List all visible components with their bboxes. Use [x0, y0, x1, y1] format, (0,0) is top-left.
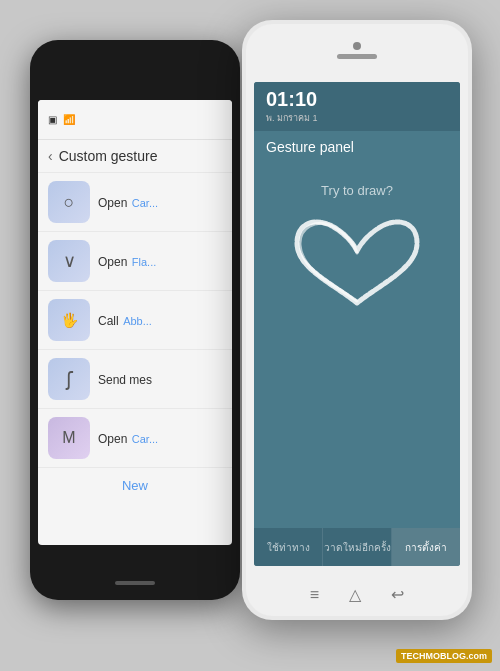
gesture-list: ○ Open Car... ∨ Open Fla... 🖐 Call A	[38, 173, 232, 468]
gesture-item-1-text: Open Car...	[98, 193, 158, 211]
gesture-item-3-text: Call Abb...	[98, 311, 152, 329]
panel-title: Gesture panel	[254, 131, 460, 163]
gesture-icon-curl: ʃ	[48, 358, 90, 400]
tab-redraw[interactable]: วาดใหม่อีกครั้ง	[323, 528, 392, 566]
front-speaker	[337, 54, 377, 59]
time-date: 01:10 พ. มกราคม 1	[266, 88, 318, 125]
front-top-bar	[246, 24, 468, 82]
date-display: พ. มกราคม 1	[266, 111, 318, 125]
gesture-icon-m: M	[48, 417, 90, 459]
home-icon[interactable]: △	[349, 585, 361, 604]
gesture-item-2-text: Open Fla...	[98, 252, 156, 270]
clock-display: 01:10	[266, 88, 318, 111]
gesture-item-5[interactable]: M Open Car...	[38, 409, 232, 468]
tab-use-gesture[interactable]: ใช้ท่าทาง	[254, 528, 323, 566]
tab-settings[interactable]: การตั้งค่า	[392, 528, 460, 566]
back-phone-screen: ▣ 📶 ‹ Custom gesture ○ Open Car... ∨ Ope…	[38, 100, 232, 545]
wifi-icon: 📶	[63, 114, 75, 125]
gesture-item-5-text: Open Car...	[98, 429, 158, 447]
new-button-area[interactable]: New	[38, 468, 232, 502]
bottom-nav: ≡ △ ↩	[246, 585, 468, 604]
back-status-icons: ▣ 📶	[48, 114, 75, 125]
back-icon[interactable]: ↩	[391, 585, 404, 604]
gesture-item-2[interactable]: ∨ Open Fla...	[38, 232, 232, 291]
signal-icon: ▣	[48, 114, 57, 125]
gesture-item-1[interactable]: ○ Open Car...	[38, 173, 232, 232]
bottom-tabs: ใช้ท่าทาง วาดใหม่อีกครั้ง การตั้งค่า	[254, 528, 460, 566]
front-phone: 01:10 พ. มกราคม 1 Gesture panel Try to d…	[242, 20, 472, 620]
gesture-icon-v: ∨	[48, 240, 90, 282]
gesture-icon-circle: ○	[48, 181, 90, 223]
back-screen-title: Custom gesture	[59, 148, 158, 164]
draw-prompt: Try to draw?	[321, 183, 393, 198]
gesture-item-4-text: Send mes	[98, 370, 152, 388]
gesture-draw-area: Try to draw?	[254, 163, 460, 343]
back-arrow-icon[interactable]: ‹	[48, 148, 53, 164]
front-phone-inner: 01:10 พ. มกราคม 1 Gesture panel Try to d…	[246, 24, 468, 616]
menu-icon[interactable]: ≡	[310, 586, 319, 604]
front-status-bar: 01:10 พ. มกราคม 1	[254, 82, 460, 131]
heart-drawing	[292, 213, 422, 323]
back-phone-bottom	[30, 581, 240, 585]
home-bar	[115, 581, 155, 585]
front-camera	[353, 42, 361, 50]
new-button[interactable]: New	[122, 478, 148, 493]
watermark: TECHMOBLOG.com	[396, 649, 492, 663]
front-screen: 01:10 พ. มกราคม 1 Gesture panel Try to d…	[254, 82, 460, 566]
gesture-icon-hand: 🖐	[48, 299, 90, 341]
back-header: ‹ Custom gesture	[38, 140, 232, 173]
gesture-item-3[interactable]: 🖐 Call Abb...	[38, 291, 232, 350]
gesture-item-4[interactable]: ʃ Send mes	[38, 350, 232, 409]
back-status-bar: ▣ 📶	[38, 100, 232, 140]
back-phone: ▣ 📶 ‹ Custom gesture ○ Open Car... ∨ Ope…	[30, 40, 240, 600]
